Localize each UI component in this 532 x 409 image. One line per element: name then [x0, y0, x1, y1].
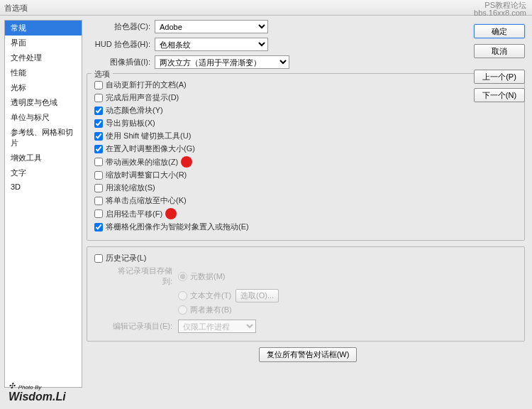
- option-label: 导出剪贴板(X): [106, 118, 155, 129]
- ok-button[interactable]: 确定: [474, 24, 525, 38]
- options-fieldset: 选项 自动更新打开的文档(A)完成后用声音提示(D)动态颜色滑块(Y)导出剪贴板…: [87, 73, 525, 241]
- hud-picker-label: HUD 拾色器(H):: [87, 39, 150, 50]
- next-button[interactable]: 下一个(N): [474, 88, 525, 102]
- select-file-button: 选取(O)...: [235, 289, 279, 302]
- option-checkbox[interactable]: [94, 94, 103, 102]
- window-title: 首选项: [4, 4, 28, 12]
- highlight-dot-icon: [181, 156, 192, 168]
- option-checkbox[interactable]: [94, 209, 103, 218]
- reset-warnings-button[interactable]: 复位所有警告对话框(W): [259, 347, 358, 362]
- save-to-label: 将记录项目存储到:: [109, 266, 172, 287]
- option-checkbox[interactable]: [94, 223, 103, 231]
- author-signature: ✣ Photo By Wisdom.Li: [9, 381, 66, 403]
- prev-button[interactable]: 上一个(P): [474, 70, 525, 84]
- text-radio: [178, 291, 187, 300]
- option-label: 将栅格化图像作为智能对象置入或拖动(E): [106, 222, 249, 232]
- option-label: 动态颜色滑块(Y): [106, 105, 163, 116]
- interp-label: 图像插值(I):: [87, 57, 150, 67]
- option-checkbox[interactable]: [94, 158, 103, 166]
- option-checkbox[interactable]: [94, 107, 103, 115]
- cancel-button[interactable]: 取消: [474, 44, 525, 58]
- option-label: 带动画效果的缩放(Z): [106, 157, 178, 168]
- sidebar-item[interactable]: 光标: [5, 80, 82, 95]
- option-checkbox[interactable]: [94, 184, 103, 192]
- option-label: 使用 Shift 键切换工具(U): [106, 131, 191, 141]
- options-legend: 选项: [92, 69, 113, 80]
- color-picker-label: 拾色器(C):: [87, 21, 150, 32]
- interp-select[interactable]: 两次立方（适用于平滑渐变）: [155, 55, 289, 69]
- option-label: 在置入时调整图像大小(G): [106, 143, 195, 154]
- option-checkbox[interactable]: [94, 197, 103, 205]
- sidebar-item[interactable]: 性能: [5, 65, 82, 80]
- sidebar-item[interactable]: 增效工具: [5, 151, 82, 165]
- sidebar-item[interactable]: 界面: [5, 36, 82, 50]
- sidebar-item[interactable]: 文件处理: [5, 50, 82, 65]
- option-checkbox[interactable]: [94, 171, 103, 180]
- sidebar-item[interactable]: 单位与标尺: [5, 110, 82, 125]
- content-area: 拾色器(C): Adobe HUD 拾色器(H): 色相条纹 图像插值(I): …: [85, 16, 532, 392]
- sidebar-item[interactable]: 常规: [5, 21, 82, 36]
- history-fieldset: 历史记录(L) 将记录项目存储到: 元数据(M) 文本文件(T) 选取(O)..…: [87, 246, 525, 342]
- option-checkbox[interactable]: [94, 145, 103, 153]
- sidebar-item[interactable]: 文字: [5, 165, 82, 180]
- option-label: 缩放时调整窗口大小(R): [106, 170, 187, 180]
- sidebar-item[interactable]: 3D: [5, 180, 82, 193]
- color-picker-select[interactable]: Adobe: [155, 20, 268, 33]
- hud-picker-select[interactable]: 色相条纹: [155, 38, 268, 51]
- option-checkbox[interactable]: [94, 119, 103, 128]
- option-checkbox[interactable]: [94, 81, 103, 89]
- edit-log-label: 编辑记录项目(E):: [109, 321, 172, 332]
- history-checkbox[interactable]: [94, 254, 103, 263]
- option-label: 将单击点缩放至中心(K): [106, 195, 187, 206]
- both-radio: [178, 305, 187, 315]
- category-sidebar: 常规界面文件处理性能光标透明度与色域单位与标尺参考线、网格和切片增效工具文字3D: [4, 20, 82, 388]
- watermark: PS教程论坛 bbs.16xx8.com: [474, 1, 526, 17]
- sidebar-item[interactable]: 透明度与色域: [5, 95, 82, 110]
- option-label: 自动更新打开的文档(A): [106, 80, 187, 90]
- option-label: 完成后用声音提示(D): [106, 92, 179, 103]
- meta-radio: [178, 272, 187, 281]
- highlight-dot-icon: [165, 208, 177, 219]
- option-label: 启用轻击平移(F): [106, 209, 162, 219]
- option-label: 用滚轮缩放(S): [106, 182, 155, 193]
- option-checkbox[interactable]: [94, 132, 103, 141]
- sidebar-item[interactable]: 参考线、网格和切片: [5, 125, 82, 151]
- titlebar: 首选项: [0, 0, 532, 16]
- history-label: 历史记录(L): [106, 253, 146, 263]
- edit-log-select: 仅限工作进程: [178, 320, 256, 333]
